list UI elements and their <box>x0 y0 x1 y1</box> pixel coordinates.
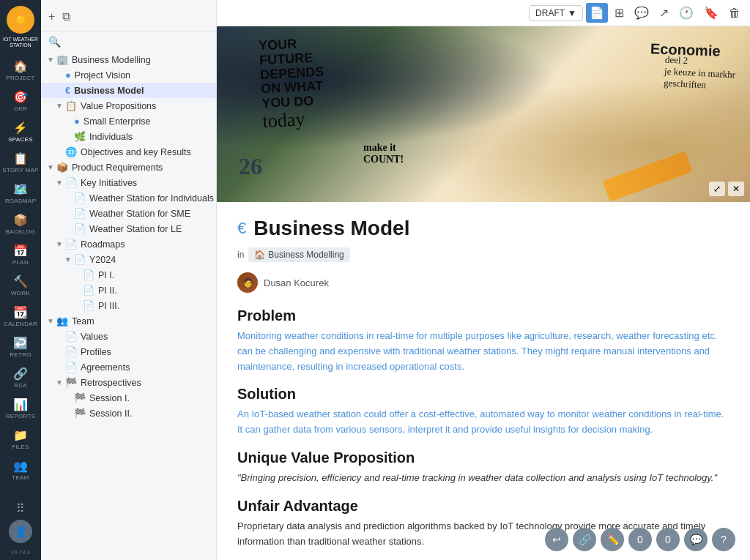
share-button[interactable]: ↗ <box>656 3 672 23</box>
tree-item-session-i[interactable]: 🏁Session I. <box>41 390 216 406</box>
sidebar-item-story-map[interactable]: 📋 STORY MAP <box>0 147 41 178</box>
article-title-row: € Business Model <box>237 217 729 240</box>
article-title: Business Model <box>253 217 409 240</box>
tree-label-profiles: Profiles <box>81 347 111 357</box>
article-sections: ProblemMonitoring weather conditions in … <box>237 307 729 560</box>
user-avatar[interactable]: 👤 <box>9 520 32 543</box>
bottom-count2-button[interactable]: 0 <box>656 528 680 551</box>
tree-label-product-requirements: Product Requirements <box>72 163 163 173</box>
tree-item-project-vision[interactable]: ●Project Vision <box>41 67 216 83</box>
sidebar-item-label-story-map: STORY MAP <box>2 167 38 173</box>
tree-item-small-enterprise[interactable]: ●Small Enterprise <box>41 113 216 129</box>
main-content: DRAFT ▼ 📄 ⊞ 💬 ↗ 🕐 🔖 🗑 YOURFUTUREDEPENDSO… <box>217 0 750 560</box>
tree-icon-values: 📄 <box>65 331 77 342</box>
search-button[interactable]: 🔍 <box>47 34 62 49</box>
section-text-0: Monitoring weather conditions in real-ti… <box>237 329 729 374</box>
bottom-chat-button[interactable]: 💬 <box>684 528 708 551</box>
sidebar-item-label-reports: REPORTS <box>6 413 36 419</box>
tree-label-roadmaps: Roadmaps <box>81 239 125 250</box>
breadcrumb-tag[interactable]: 🏠 Business Modelling <box>248 247 349 262</box>
draft-button[interactable]: DRAFT ▼ <box>529 5 583 21</box>
sidebar-item-plan[interactable]: 📅 PLAN <box>0 239 41 270</box>
bottom-count1-button[interactable]: 0 <box>628 528 652 551</box>
tree-item-pi-iii[interactable]: 📄PI III. <box>41 298 216 313</box>
plan-icon: 📅 <box>13 244 28 258</box>
section-heading-3: Unfair Advantage <box>237 498 729 515</box>
tree-item-value-propositions[interactable]: ▼📋Value Propositions <box>41 98 216 113</box>
tree-item-profiles[interactable]: 📄Profiles <box>41 344 216 359</box>
tree-item-pi-i[interactable]: 📄PI I. <box>41 267 216 283</box>
bottom-undo-button[interactable]: ↩ <box>545 528 568 551</box>
sidebar-item-team[interactable]: 👥 TEAM <box>0 455 41 485</box>
tree-label-business-modelling-header: Business Modelling <box>72 55 151 65</box>
sidebar-item-retro[interactable]: ↩️ RETRO <box>0 332 41 362</box>
hero-controls: ⤢ ✕ <box>709 182 744 196</box>
sidebar-item-roadmap[interactable]: 🗺️ ROADMAP <box>0 178 41 209</box>
sidebar-item-rca[interactable]: 🔗 RCA <box>0 362 41 393</box>
sidebar-item-files[interactable]: 📁 FILES <box>0 424 41 455</box>
breadcrumb-row: in 🏠 Business Modelling <box>237 247 729 262</box>
tree-item-key-initiatives[interactable]: ▼📄Key Initiatives <box>41 175 216 190</box>
tree-label-weather-station-le: Weather Station for LE <box>89 224 182 234</box>
sidebar-item-project[interactable]: 🏠 PROJECT <box>0 55 41 86</box>
sidebar-item-spaces[interactable]: ⚡ SPACES <box>0 116 41 147</box>
comment-button[interactable]: 💬 <box>631 3 653 23</box>
tree-icon-pi-iii: 📄 <box>83 300 94 311</box>
sidebar-item-apps[interactable]: ⠿ <box>0 497 41 520</box>
section-heading-0: Problem <box>237 307 729 324</box>
project-icon: 🏠 <box>13 59 28 73</box>
tree-label-individuals: Individuals <box>89 132 133 142</box>
tree-item-agreements[interactable]: 📄Agreements <box>41 359 216 375</box>
author-avatar: 🧑 <box>237 272 258 293</box>
tree-label-retrospectives: Retrospectives <box>81 378 141 388</box>
tree-icon-weather-station-individuals: 📄 <box>74 193 86 204</box>
hero-expand-button[interactable]: ⤢ <box>709 182 725 196</box>
trash-button[interactable]: 🗑 <box>725 4 744 23</box>
tree-item-product-requirements[interactable]: ▼📦Product Requirements <box>41 160 216 175</box>
add-button[interactable]: + <box>47 9 56 25</box>
tree-item-roadmaps[interactable]: ▼📄Roadmaps <box>41 236 216 252</box>
tree-item-retrospectives[interactable]: ▼🏁Retrospectives <box>41 375 216 390</box>
view-doc-button[interactable]: 📄 <box>586 3 608 23</box>
bottom-link-button[interactable]: 🔗 <box>573 528 596 551</box>
tree-item-values[interactable]: 📄Values <box>41 329 216 344</box>
tree-item-individuals[interactable]: 🌿Individuals <box>41 129 216 144</box>
hero-close-button[interactable]: ✕ <box>728 182 744 196</box>
sidebar-item-okr[interactable]: 🎯 OKR <box>0 86 41 116</box>
tree-icon-team-header: 👥 <box>56 316 68 326</box>
bottom-edit-button[interactable]: ✏️ <box>601 528 624 551</box>
tree-item-weather-station-individuals[interactable]: 📄Weather Station for Individuals <box>41 190 216 206</box>
tree-expand-value-propositions: ▼ <box>56 102 63 110</box>
section-heading-1: Solution <box>237 386 729 403</box>
clock-button[interactable]: 🕐 <box>675 3 697 23</box>
tree-sidebar: + ⧉ 🔍 ▼🏢Business Modelling●Project Visio… <box>41 0 217 560</box>
tree-label-value-propositions: Value Propositions <box>81 101 156 111</box>
tree-icon-weather-station-sme: 📄 <box>74 208 86 219</box>
copy-button[interactable]: ⧉ <box>61 9 72 25</box>
tree-item-objectives-key-results[interactable]: 🌐Objectives and key Results <box>41 144 216 160</box>
sidebar-item-calendar[interactable]: 📆 CALENDAR <box>0 301 41 332</box>
sidebar-item-label-spaces: SPACES <box>8 136 33 143</box>
sidebar-item-label-work: WORK <box>11 290 30 296</box>
tree-item-business-modelling-header[interactable]: ▼🏢Business Modelling <box>41 52 216 67</box>
work-icon: 🔨 <box>13 275 28 288</box>
bookmark-button[interactable]: 🔖 <box>700 3 722 23</box>
draft-dropdown-icon: ▼ <box>568 8 576 18</box>
tree-label-weather-station-individuals: Weather Station for Individuals <box>89 193 214 204</box>
tree-icon-product-requirements: 📦 <box>56 162 68 173</box>
article-area: YOURFUTUREDEPENDSON WHATYOU DOtoday make… <box>217 26 750 560</box>
tree-item-weather-station-le[interactable]: 📄Weather Station for LE <box>41 221 216 236</box>
tree-item-pi-ii[interactable]: 📄PI II. <box>41 283 216 298</box>
sidebar-item-label-team: TEAM <box>12 474 29 481</box>
tree-label-business-model: Business Model <box>74 86 144 96</box>
view-grid-button[interactable]: ⊞ <box>611 3 628 23</box>
sidebar-item-work[interactable]: 🔨 WORK <box>0 270 41 301</box>
tree-item-y2024[interactable]: ▼📄Y2024 <box>41 252 216 267</box>
tree-item-business-model[interactable]: €Business Model <box>41 83 216 98</box>
sidebar-item-backlog[interactable]: 📦 BACKLOG <box>0 209 41 239</box>
tree-item-session-ii[interactable]: 🏁Session II. <box>41 406 216 421</box>
bottom-help-button[interactable]: ? <box>712 528 735 551</box>
tree-item-weather-station-sme[interactable]: 📄Weather Station for SME <box>41 206 216 221</box>
sidebar-item-reports[interactable]: 📊 REPORTS <box>0 393 41 424</box>
tree-item-team-header[interactable]: ▼👥Team <box>41 313 216 329</box>
